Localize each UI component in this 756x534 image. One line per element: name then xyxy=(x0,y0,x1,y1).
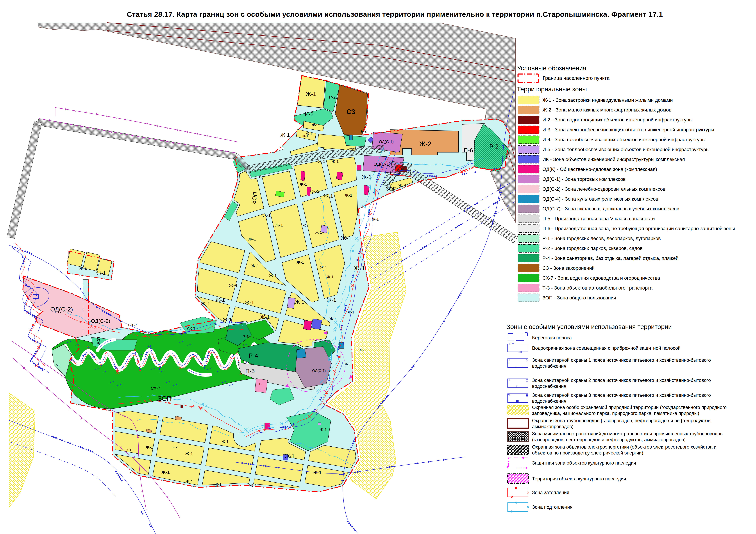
legend-zone-label: Р-2 - Зона городских парков, скверов, са… xyxy=(542,245,643,251)
zone-color-swatch xyxy=(517,115,540,124)
zone-color-swatch xyxy=(517,254,540,263)
oopt-protection-zone xyxy=(9,393,35,507)
map-zone-label: Р-2 xyxy=(305,111,313,117)
sanitary-2-swatch xyxy=(507,378,529,389)
legend-zone-row-Р-4: Р-4 - Зона санаториев, баз отдыха, лагер… xyxy=(517,254,678,263)
legend-zone-label: И-5 - Зона теплообеспечивающих объектов … xyxy=(542,147,710,152)
legend-special-row: Зона санитарной охраны 2 пояса источнико… xyxy=(507,377,711,389)
map-zone-label: ОД(С-1) xyxy=(379,140,393,144)
map-zone-label: ОД(С-2) xyxy=(91,318,110,324)
map-zone-label: Ж-1 xyxy=(260,314,270,320)
map-zone-label: Ж-1 xyxy=(327,297,336,303)
heritage-protect-swatch xyxy=(507,457,529,469)
legend-special-label: Водоохранная зона совмещенная с прибрежн… xyxy=(532,345,681,351)
legend-special-row: Охранная зона объектов электроэнергетики… xyxy=(507,444,716,456)
map-zone-label: Ж-1 xyxy=(275,223,283,227)
zone-color-swatch xyxy=(517,165,540,174)
legend-special-row: Зона подтопления xyxy=(507,501,573,513)
flood-swatch xyxy=(507,487,529,498)
zone-color-swatch xyxy=(517,283,540,292)
zone-color-swatch xyxy=(517,155,540,164)
legend-symbols-title: Условные обозначения xyxy=(517,64,586,72)
zone-color-swatch xyxy=(517,125,540,134)
map-zone-label: Ж-1 xyxy=(215,297,225,303)
map-zone-label: Р-4 xyxy=(243,335,248,339)
legend-special-row: Береговая полоса xyxy=(507,332,572,343)
legend-zone-label: ОД(С-1) - Зона торговых комплексов xyxy=(542,176,626,182)
map-zone-label: П-6 xyxy=(464,147,473,154)
legend-special-label: Зона санитарной охраны 1 пояса источнико… xyxy=(532,357,711,369)
map-zone-label: Р-2 xyxy=(361,129,366,133)
map-zone-label: Ж-1 xyxy=(345,193,352,197)
map-zone-label: П-5 xyxy=(245,368,255,374)
map-zone-label: Ж-1 xyxy=(312,123,318,127)
map-zone-label: Ж-1 xyxy=(312,189,319,193)
map-zone-label: ЗОП xyxy=(158,395,172,402)
map-zone-label: Ж-1 xyxy=(362,174,371,180)
legend-zone-row-ОД(С-7): ОД(С-7) - Зона школьных, дошкольных учеб… xyxy=(517,204,679,213)
zone-color-swatch xyxy=(517,106,540,114)
legend-zones-title: Территориальные зоны xyxy=(517,86,587,93)
map-zone-label: Р-1 xyxy=(55,364,61,368)
shoreline-swatch xyxy=(507,332,529,343)
map-zone-label: Ж-1 xyxy=(269,273,277,278)
legend-zone-row-И-3: И-3 - Зона электрообеспечивающих объекто… xyxy=(517,125,714,134)
map-zone-label: ЗОП xyxy=(96,337,101,345)
map-zone-label: Ж-1 xyxy=(348,310,354,314)
legend-zone-row-СХ-7: СХ-7 - Зона ведения садоводства и огород… xyxy=(517,273,660,282)
map-zone-label: СЗ xyxy=(346,108,356,115)
legend-special-label: Охранная зона объектов электроэнергетики… xyxy=(532,444,716,456)
zone-color-swatch xyxy=(517,234,540,243)
legend-zone-label: Т-3 - Зона объектов автомобильного транс… xyxy=(542,285,653,291)
legend-zone-label: ОД(С-2) - Зона лечебно-оздоровительных к… xyxy=(542,186,665,192)
legend-zone-row-Р-1: Р-1 - Зона городских лесов, лесопарков, … xyxy=(517,234,661,243)
zone-color-swatch xyxy=(517,175,540,184)
zoning-map-page: Статья 28.17. Карта границ зон с особыми… xyxy=(0,0,756,534)
legend-zone-label: П-5 - Производственная зона V класса опа… xyxy=(542,216,655,221)
legend-zone-label: СХ-7 - Зона ведения садоводства и огород… xyxy=(542,275,660,281)
zone-color-swatch xyxy=(517,244,540,253)
map-zone-label: Ж-1 xyxy=(306,132,312,136)
zone-color-swatch xyxy=(517,293,540,302)
map-zone-label: СХ-7 xyxy=(128,323,137,327)
map-zone-label: Ж-1 xyxy=(340,235,352,242)
legend-zone-label: Р-1 - Зона городских лесов, лесопарков, … xyxy=(542,236,661,241)
map-zone-label: Ж-2 xyxy=(419,140,431,148)
legend-zone-label: И-4 - Зона газообеспечивающих объектов и… xyxy=(542,137,706,142)
zone-color-swatch xyxy=(517,204,540,213)
legend-special-label: Зона санитарной охраны 3 пояса источнико… xyxy=(532,392,711,404)
map-zone-label: Ж-1 xyxy=(303,224,309,228)
map-zone-label: Ж-1 xyxy=(284,453,295,459)
map-zone-label: Ж-1 xyxy=(319,427,327,432)
map-zone-label: Ж-1 xyxy=(327,275,334,279)
map-zone-label: Ж-1 xyxy=(372,217,379,221)
legend-special-label: Береговая полоса xyxy=(532,335,572,341)
map-zone-label: Ж-1 xyxy=(354,265,365,271)
oopt-swatch xyxy=(507,405,529,416)
map-zone-label: Ж-1 xyxy=(318,159,325,164)
sanitary-1-swatch xyxy=(507,357,529,369)
heritage-territory-swatch xyxy=(507,473,529,484)
map-zone-label: Ж-1 xyxy=(263,213,271,218)
legend-zone-row-ОД(С-2): ОД(С-2) - Зона лечебно-оздоровительных к… xyxy=(517,185,665,193)
legend-zone-row-П-6: П-6 - Производственная зона, не требующа… xyxy=(517,224,735,233)
map-zone-label: Ж-1 xyxy=(97,270,106,276)
map-zone-label: Ж-1 xyxy=(223,317,232,322)
legend-special-label: Зона затопления xyxy=(532,490,569,496)
map-zone-label: Ж-1 xyxy=(185,479,193,484)
legend-zone-label: ОД(С-4) - Зона культовых религиозных ком… xyxy=(542,196,658,202)
map-zone-label: Ж-1 xyxy=(161,470,170,474)
map-zone-label: Ж-1 xyxy=(172,445,179,449)
map-zone-label: Ж-1 xyxy=(201,301,210,306)
map-zone-label: Ж-1 xyxy=(229,282,238,288)
map-zone-label: Ж-1 xyxy=(320,266,327,270)
legend-symbol-label: Граница населенного пункта xyxy=(543,75,609,81)
map-zone-label: Ж-1 xyxy=(297,260,304,265)
zone-color-swatch xyxy=(517,264,540,272)
legend-special-row: Территория объекта культурного наследия xyxy=(507,473,626,484)
legend-zone-row-Р-2: Р-2 - Зона городских парков, скверов, са… xyxy=(517,244,643,253)
underflood-swatch xyxy=(507,501,529,513)
legend-special-label: Защитная зона объектов культурного насле… xyxy=(532,460,636,466)
settlement-border-swatch xyxy=(517,73,540,84)
legend-zone-row-ЗОП: ЗОП - Зона общего пользования xyxy=(517,293,616,302)
